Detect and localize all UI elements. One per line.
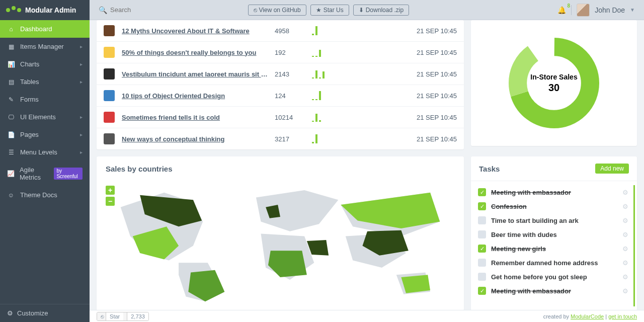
star-us-button[interactable]: ★Star Us [310, 5, 349, 16]
zoom-out-button[interactable]: − [106, 197, 115, 206]
github-star-count: 2,733 [127, 312, 148, 320]
github-star-widget[interactable]: ⎋ Star 2,733 [97, 312, 149, 321]
header: 🔍 ⎋View on GitHub ★Star Us ⬇Download .zi… [90, 0, 644, 20]
article-row: Vestibulum tincidunt amet laoreet mauris… [97, 63, 464, 85]
sidebar-item-tables[interactable]: ▤Tables▸ [0, 73, 90, 91]
sidebar-item-menu-levels[interactable]: ☰Menu Levels▸ [0, 143, 90, 161]
article-views: 4958 [275, 27, 305, 35]
task-item: ✓ Meeting with embassador ⚙ [478, 185, 628, 199]
nav-icon: 📊 [7, 61, 15, 68]
task-item: Time to start building an ark ⚙ [478, 213, 628, 227]
user-name[interactable]: John Doe [595, 6, 625, 14]
brand-name: Modular Admin [25, 6, 76, 14]
sidebar-item-charts[interactable]: 📊Charts▸ [0, 55, 90, 73]
header-buttons: ⎋View on GitHub ★Star Us ⬇Download .zip [248, 5, 410, 16]
github-icon: ⎋ [254, 7, 257, 14]
sidebar-item-forms[interactable]: ✎Forms [0, 91, 90, 108]
sidebar-item-theme-docs[interactable]: ☺Theme Docs [0, 186, 90, 204]
footer-credits: created by ModularCode | get in touch [543, 313, 637, 319]
task-gear-icon[interactable]: ⚙ [622, 217, 628, 224]
task-item: Beer time with dudes ⚙ [478, 227, 628, 242]
task-text: Remember damned home address [491, 259, 617, 267]
notifications-button[interactable]: 🔔8 [557, 6, 566, 14]
article-title-link[interactable]: 10 tips of Object Oriented Design [122, 92, 268, 100]
article-sparkline [312, 26, 367, 35]
nav-icon: 📄 [7, 131, 15, 138]
article-row: Sometimes friend tells it is cold 10214 … [97, 107, 464, 128]
tasks-title: Tasks [479, 165, 500, 173]
task-gear-icon[interactable]: ⚙ [622, 245, 628, 253]
tasks-list: ✓ Meeting with embassador ⚙✓ Confession … [471, 185, 635, 306]
chevron-down-icon[interactable]: ▼ [630, 7, 635, 13]
search-box[interactable]: 🔍 [99, 6, 171, 14]
task-text: Meeting new girls [491, 245, 617, 253]
footer-link-contact[interactable]: get in touch [608, 313, 637, 319]
world-map[interactable] [106, 178, 455, 304]
article-sparkline [312, 91, 367, 100]
nav-icon: ☺ [7, 192, 15, 199]
task-gear-icon[interactable]: ⚙ [622, 231, 628, 238]
map-zoom: + − [106, 186, 115, 206]
search-icon: 🔍 [99, 6, 107, 14]
task-text: Beer time with dudes [491, 231, 617, 238]
task-checkbox[interactable]: ✓ [478, 188, 486, 196]
article-date: 21 SEP 10:45 [417, 49, 457, 56]
task-gear-icon[interactable]: ⚙ [622, 273, 628, 281]
article-date: 21 SEP 10:45 [417, 27, 457, 35]
add-new-button[interactable]: Add new [595, 164, 629, 174]
article-title-link[interactable]: Sometimes friend tells it is cold [122, 114, 268, 121]
task-checkbox[interactable] [478, 259, 486, 267]
chevron-right-icon: ▸ [80, 149, 83, 155]
sidebar-item-ui-elements[interactable]: 🖵UI Elements▸ [0, 108, 90, 126]
nav-icon: ▤ [7, 78, 15, 86]
nav-label: Theme Docs [20, 191, 57, 199]
header-right: 🔔8 John Doe ▼ [557, 4, 635, 17]
sidebar-item-items-manager[interactable]: ▦Items Manager▸ [0, 38, 90, 55]
article-title-link[interactable]: 50% of things doesn't really belongs to … [122, 49, 268, 56]
task-checkbox[interactable]: ✓ [478, 245, 486, 253]
article-title-link[interactable]: 12 Myths Uncovered About IT & Software [122, 27, 268, 35]
task-gear-icon[interactable]: ⚙ [622, 287, 628, 295]
article-date: 21 SEP 10:45 [417, 70, 457, 78]
article-title-link[interactable]: New ways of conceptual thinking [122, 135, 268, 143]
donut-value: 30 [530, 82, 577, 94]
task-text: Meeting with embassador [491, 287, 617, 295]
chevron-right-icon: ▸ [80, 79, 83, 85]
task-checkbox[interactable] [478, 230, 486, 238]
article-views: 2143 [275, 70, 305, 78]
articles-table: 12 Myths Uncovered About IT & Software 4… [97, 20, 464, 149]
download-button[interactable]: ⬇Download .zip [353, 5, 409, 16]
article-icon [104, 47, 115, 58]
footer-link-modularcode[interactable]: ModularCode [571, 313, 604, 319]
sidebar-item-agile-metrics[interactable]: 📈Agile Metricsby Screenful [0, 161, 90, 186]
customize-button[interactable]: ⚙Customize [0, 304, 90, 322]
task-gear-icon[interactable]: ⚙ [622, 203, 628, 210]
brand[interactable]: Modular Admin [0, 0, 90, 20]
article-row: New ways of conceptual thinking 3217 21 … [97, 128, 464, 149]
github-button[interactable]: ⎋View on GitHub [248, 5, 306, 16]
task-text: Confession [491, 203, 617, 210]
article-views: 124 [275, 92, 305, 100]
article-icon [104, 133, 115, 144]
chevron-right-icon: ▸ [80, 44, 83, 49]
sidebar-item-dashboard[interactable]: ⌂Dashboard [0, 20, 90, 38]
task-gear-icon[interactable]: ⚙ [622, 259, 628, 267]
avatar[interactable] [577, 4, 590, 17]
task-checkbox[interactable] [478, 216, 486, 224]
task-text: Get home before you got sleep [491, 273, 617, 281]
article-row: 50% of things doesn't really belongs to … [97, 42, 464, 63]
task-gear-icon[interactable]: ⚙ [622, 189, 628, 196]
chevron-right-icon: ▸ [80, 61, 83, 67]
task-item: Remember damned home address ⚙ [478, 256, 628, 270]
article-sparkline [312, 69, 367, 78]
task-checkbox[interactable] [478, 273, 486, 281]
task-item: ✓ Meeting with embassador ⚙ [478, 284, 628, 298]
task-checkbox[interactable]: ✓ [478, 202, 486, 210]
article-sparkline [312, 48, 367, 57]
search-input[interactable] [110, 6, 171, 14]
article-title-link[interactable]: Vestibulum tincidunt amet laoreet mauris… [122, 70, 268, 78]
task-checkbox[interactable]: ✓ [478, 287, 486, 295]
zoom-in-button[interactable]: + [106, 186, 115, 195]
article-date: 21 SEP 10:45 [417, 135, 457, 143]
sidebar-item-pages[interactable]: 📄Pages▸ [0, 126, 90, 143]
